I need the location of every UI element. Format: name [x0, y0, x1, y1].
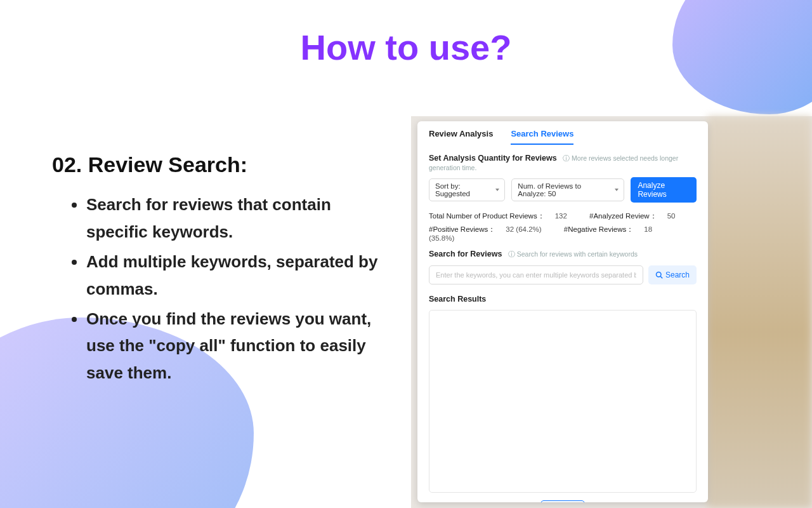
- panel-body: Set Analysis Quantity for Reviews More r…: [417, 145, 708, 502]
- total-reviews-label: Total Number of Product Reviews：: [429, 212, 545, 220]
- keywords-input[interactable]: [429, 265, 643, 284]
- svg-line-1: [660, 276, 662, 278]
- search-icon: [655, 271, 663, 279]
- search-for-text: Search for Reviews: [429, 250, 502, 258]
- analyzed-reviews-label: #Analyzed Review：: [589, 212, 657, 220]
- bullet-item: Add multiple keywords, separated by comm…: [86, 248, 395, 303]
- tab-review-analysis[interactable]: Review Analysis: [429, 129, 493, 145]
- search-hint: Search for reviews with certain keywords: [508, 250, 638, 258]
- search-for-reviews-label: Search for Reviews Search for reviews wi…: [429, 250, 697, 259]
- background-blur: [707, 116, 812, 508]
- set-quantity-text: Set Analysis Quantity for Reviews: [429, 154, 557, 163]
- search-row: Search: [429, 265, 697, 284]
- controls-row: Sort by: Suggested Num. of Reviews to An…: [429, 177, 697, 203]
- copy-all-button[interactable]: Copy All: [540, 500, 585, 502]
- negative-reviews-label: #Negative Reviews：: [564, 225, 634, 233]
- analyzed-reviews-value: 50: [667, 212, 676, 220]
- tabs-bar: Review Analysis Search Reviews: [417, 121, 708, 145]
- tab-search-reviews[interactable]: Search Reviews: [511, 129, 573, 145]
- num-reviews-select[interactable]: Num. of Reviews to Analyze: 50: [511, 178, 624, 201]
- copy-all-wrap: Copy All: [429, 500, 697, 502]
- sort-by-select[interactable]: Sort by: Suggested: [429, 178, 505, 201]
- set-quantity-label: Set Analysis Quantity for Reviews More r…: [429, 154, 697, 172]
- screenshot-area: Review Analysis Search Reviews Set Analy…: [411, 116, 812, 508]
- svg-point-0: [656, 272, 661, 277]
- bullet-item: Search for reviews that contain specific…: [86, 191, 395, 246]
- app-panel: Review Analysis Search Reviews Set Analy…: [417, 121, 708, 502]
- bullet-item: Once you find the reviews you want, use …: [86, 305, 395, 387]
- stats-row-1: Total Number of Product Reviews：132 #Ana…: [429, 211, 697, 221]
- search-button-label: Search: [665, 271, 690, 279]
- search-results-box: [429, 310, 697, 493]
- positive-reviews-label: #Positive Reviews：: [429, 225, 495, 233]
- section-heading: 02. Review Search:: [52, 152, 395, 177]
- positive-reviews-value: 32 (64.2%): [506, 225, 541, 233]
- bullet-list: Search for reviews that contain specific…: [52, 191, 395, 387]
- search-button[interactable]: Search: [648, 265, 697, 284]
- page-title: How to use?: [0, 27, 812, 68]
- total-reviews-value: 132: [555, 212, 567, 220]
- stats-row-2: #Positive Reviews：32 (64.2%) #Negative R…: [429, 225, 697, 242]
- analyze-reviews-button[interactable]: Analyze Reviews: [631, 177, 697, 203]
- search-results-label: Search Results: [429, 295, 697, 304]
- left-content-block: 02. Review Search: Search for reviews th…: [52, 152, 395, 389]
